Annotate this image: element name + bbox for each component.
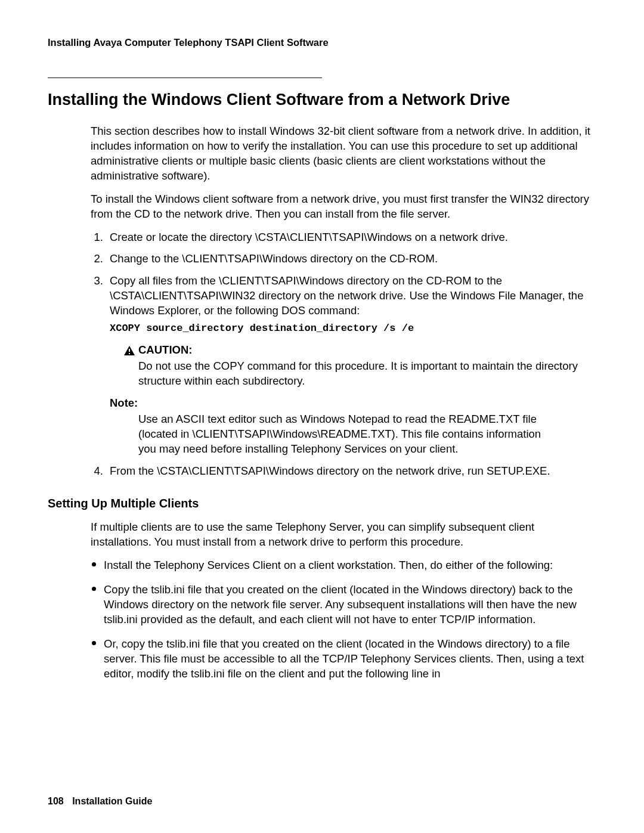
bullet-2: Copy the tslib.ini file that you created… bbox=[91, 583, 596, 627]
step-1: Create or locate the directory \CSTA\CLI… bbox=[106, 230, 596, 245]
step-2: Change to the \CLIENT\TSAPI\Windows dire… bbox=[106, 252, 596, 267]
intro-paragraph-1: This section describes how to install Wi… bbox=[91, 124, 596, 184]
section-title: Installing the Windows Client Software f… bbox=[48, 89, 596, 110]
bullet-list: Install the Telephony Services Client on… bbox=[91, 558, 596, 682]
step-3: Copy all files from the \CLIENT\TSAPI\Wi… bbox=[106, 274, 596, 457]
body-content: This section describes how to install Wi… bbox=[91, 124, 596, 479]
svg-rect-1 bbox=[129, 349, 130, 352]
xcopy-command: XCOPY source_directory destination_direc… bbox=[110, 322, 596, 336]
subsection-title: Setting Up Multiple Clients bbox=[48, 496, 596, 512]
note-body: Use an ASCII text editor such as Windows… bbox=[138, 412, 544, 457]
note-label: Note: bbox=[110, 396, 596, 411]
section-rule bbox=[48, 78, 322, 78]
step-3-text: Copy all files from the \CLIENT\TSAPI\Wi… bbox=[110, 274, 583, 317]
caution-body: Do not use the COPY command for this pro… bbox=[138, 359, 596, 389]
running-header: Installing Avaya Computer Telephony TSAP… bbox=[48, 36, 596, 49]
warning-icon bbox=[124, 346, 135, 355]
ordered-steps: Create or locate the directory \CSTA\CLI… bbox=[91, 230, 596, 479]
bullet-1: Install the Telephony Services Client on… bbox=[91, 558, 596, 573]
note-block: Note: Use an ASCII text editor such as W… bbox=[110, 396, 596, 457]
caution-label: CAUTION: bbox=[138, 343, 192, 358]
subsection-content: If multiple clients are to use the same … bbox=[91, 520, 596, 682]
caution-heading: CAUTION: bbox=[124, 343, 596, 358]
intro-paragraph-2: To install the Windows client software f… bbox=[91, 192, 596, 222]
caution-block: CAUTION: Do not use the COPY command for… bbox=[124, 343, 596, 389]
step-4: From the \CSTA\CLIENT\TSAPI\Windows dire… bbox=[106, 464, 596, 479]
bullet-3: Or, copy the tslib.ini file that you cre… bbox=[91, 637, 596, 682]
sub-paragraph-1: If multiple clients are to use the same … bbox=[91, 520, 596, 550]
svg-rect-2 bbox=[129, 353, 130, 354]
